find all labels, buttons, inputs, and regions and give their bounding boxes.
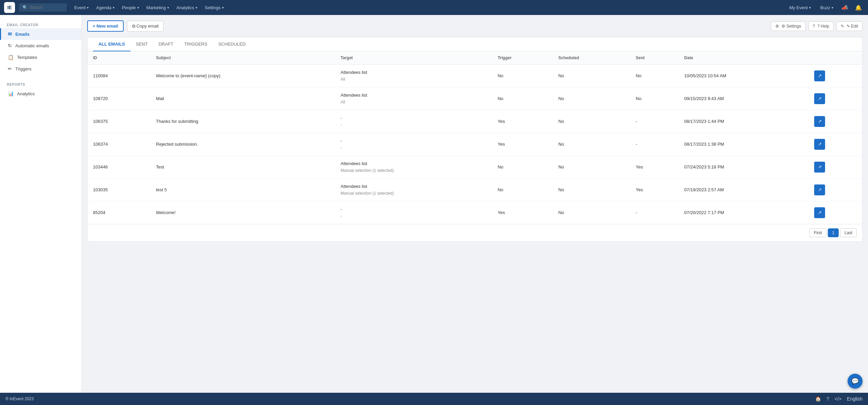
cell-open-btn[interactable]: ↗ <box>809 110 862 133</box>
cell-id: 85204 <box>88 201 151 224</box>
cell-subject: Thanks for submitting <box>151 110 335 133</box>
cell-trigger: Yes <box>492 110 553 133</box>
cell-date: 07/24/2023 5:18 PM <box>679 156 809 178</box>
cell-subject: Rejected submission. <box>151 133 335 156</box>
cell-open-btn[interactable]: ↗ <box>809 178 862 201</box>
chat-bubble-button[interactable]: 💬 <box>848 374 863 389</box>
cell-trigger: No <box>492 156 553 178</box>
nav-item-agenda[interactable]: Agenda ▾ <box>93 3 118 12</box>
last-page-button[interactable]: Last <box>840 228 857 237</box>
bottom-bar-right: 🏠 ? </> English <box>815 396 863 402</box>
nav-item-event[interactable]: Event ▾ <box>71 3 92 12</box>
megaphone-icon[interactable]: 📣 <box>839 2 850 13</box>
table-row: 106375 Thanks for submitting - - Yes No … <box>88 110 862 133</box>
cell-scheduled: No <box>553 87 630 110</box>
open-email-button[interactable]: ↗ <box>814 139 825 150</box>
bell-icon[interactable]: 🔔 <box>853 2 864 13</box>
cell-id: 106374 <box>88 133 151 156</box>
table-row: 110084 Welcome to {event-name} (copy) At… <box>88 65 862 87</box>
chevron-down-icon: ▾ <box>137 6 139 10</box>
col-header-target: Target <box>335 51 492 65</box>
email-tabs: ALL EMAILS SENT DRAFT TRIGGERS SCHEDULED <box>88 37 862 51</box>
tab-draft[interactable]: DRAFT <box>153 37 179 51</box>
cell-target: - - <box>335 110 492 133</box>
chat-icon: 💬 <box>851 377 859 385</box>
cell-open-btn[interactable]: ↗ <box>809 87 862 110</box>
external-link-icon: ↗ <box>818 164 822 169</box>
sidebar-item-triggers[interactable]: ✏ Triggers <box>0 63 81 75</box>
help-button[interactable]: ? ? Help <box>808 21 834 31</box>
code-icon[interactable]: </> <box>835 396 841 402</box>
col-header-scheduled: Scheduled <box>553 51 630 65</box>
open-email-button[interactable]: ↗ <box>814 116 825 127</box>
sidebar-item-automatic-emails[interactable]: ↻ Automatic emails <box>0 40 81 51</box>
chevron-down-icon: ▾ <box>809 6 811 10</box>
cell-subject: Test <box>151 156 335 178</box>
external-link-icon: ↗ <box>818 210 822 215</box>
cell-sent: No <box>630 65 679 87</box>
action-bar: + New email ⧉ Copy email ⚙ ⚙ Settings ? … <box>87 20 863 32</box>
external-link-icon: ↗ <box>818 73 822 78</box>
cell-sent: - <box>630 110 679 133</box>
emails-table-card: ALL EMAILS SENT DRAFT TRIGGERS SCHEDULED… <box>87 37 863 242</box>
sidebar-section-email-creator: EMAIL CREATOR <box>0 20 81 28</box>
main-content: + New email ⧉ Copy email ⚙ ⚙ Settings ? … <box>82 15 868 393</box>
edit-button[interactable]: ✎ ✎ Edit <box>836 21 863 31</box>
nav-item-analytics[interactable]: Analytics ▾ <box>173 3 201 12</box>
col-header-actions <box>809 51 862 65</box>
tab-scheduled[interactable]: SCHEDULED <box>213 37 251 51</box>
nav-item-settings[interactable]: Settings ▾ <box>201 3 227 12</box>
nav-item-marketing[interactable]: Marketing ▾ <box>143 3 172 12</box>
page-1-button[interactable]: 1 <box>828 228 839 237</box>
col-header-trigger: Trigger <box>492 51 553 65</box>
help-icon: ? <box>813 24 815 29</box>
question-icon[interactable]: ? <box>826 396 829 402</box>
gear-icon: ⚙ <box>775 24 779 29</box>
chevron-down-icon: ▾ <box>113 6 114 10</box>
tab-all-emails[interactable]: ALL EMAILS <box>93 37 130 51</box>
search-input[interactable] <box>30 5 63 10</box>
sidebar: EMAIL CREATOR ✉ Emails ↻ Automatic email… <box>0 15 82 393</box>
cell-subject: Welcome to {event-name} (copy) <box>151 65 335 87</box>
action-bar-right: ⚙ ⚙ Settings ? ? Help ✎ ✎ Edit <box>771 21 863 31</box>
cell-open-btn[interactable]: ↗ <box>809 201 862 224</box>
app-logo[interactable]: IE <box>4 2 15 13</box>
copy-email-button[interactable]: ⧉ Copy email <box>127 21 164 32</box>
new-email-button[interactable]: + New email <box>87 20 124 32</box>
cell-sent: - <box>630 133 679 156</box>
nav-item-people[interactable]: People ▾ <box>119 3 142 12</box>
cell-open-btn[interactable]: ↗ <box>809 133 862 156</box>
first-page-button[interactable]: First <box>809 228 826 237</box>
open-email-button[interactable]: ↗ <box>814 93 825 104</box>
cell-subject: Welcome! <box>151 201 335 224</box>
tab-triggers[interactable]: TRIGGERS <box>179 37 213 51</box>
cell-date: 10/05/2023 10:54 AM <box>679 65 809 87</box>
cell-date: 09/15/2023 9:43 AM <box>679 87 809 110</box>
search-box[interactable]: 🔍 <box>19 3 67 12</box>
open-email-button[interactable]: ↗ <box>814 207 825 218</box>
cell-open-btn[interactable]: ↗ <box>809 65 862 87</box>
settings-button[interactable]: ⚙ ⚙ Settings <box>771 21 806 31</box>
col-header-id: ID <box>88 51 151 65</box>
cell-scheduled: No <box>553 110 630 133</box>
cell-target: Attendees list Manual selection (1 selec… <box>335 156 492 178</box>
home-icon[interactable]: 🏠 <box>815 396 821 402</box>
language-label[interactable]: English <box>847 396 863 402</box>
cell-target: Attendees list All <box>335 65 492 87</box>
sidebar-item-templates[interactable]: 📋 Templates <box>0 51 81 63</box>
my-event-menu[interactable]: My Event ▾ <box>786 3 814 12</box>
cell-date: 08/17/2023 1:44 PM <box>679 110 809 133</box>
trigger-icon: ✏ <box>8 66 12 71</box>
cell-trigger: No <box>492 65 553 87</box>
open-email-button[interactable]: ↗ <box>814 184 825 195</box>
cell-sent: No <box>630 87 679 110</box>
chevron-down-icon: ▾ <box>832 6 833 10</box>
open-email-button[interactable]: ↗ <box>814 70 825 81</box>
page-layout: EMAIL CREATOR ✉ Emails ↻ Automatic email… <box>0 15 868 393</box>
tab-sent[interactable]: SENT <box>130 37 153 51</box>
open-email-button[interactable]: ↗ <box>814 162 825 173</box>
sidebar-item-analytics[interactable]: 📊 Analytics <box>0 88 81 99</box>
buzz-menu[interactable]: Buzz ▾ <box>817 3 837 12</box>
sidebar-item-emails[interactable]: ✉ Emails <box>0 28 81 40</box>
cell-open-btn[interactable]: ↗ <box>809 156 862 178</box>
